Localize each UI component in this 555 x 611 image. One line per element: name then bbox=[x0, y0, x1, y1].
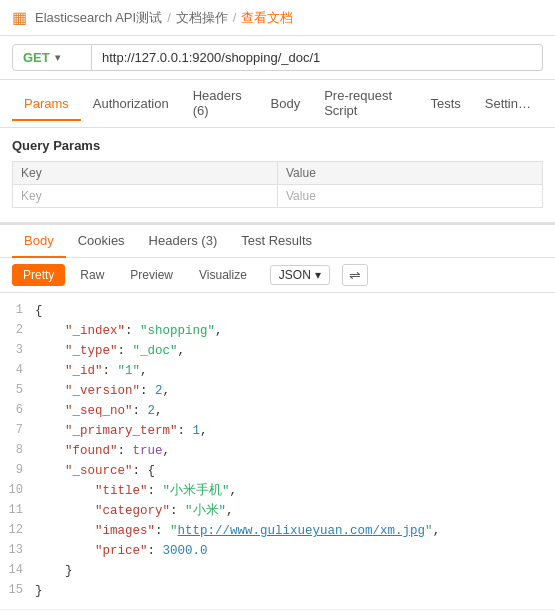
top-bar: ▦ Elasticsearch API测试 / 文档操作 / 查看文档 bbox=[0, 0, 555, 36]
line-num-14: 14 bbox=[0, 561, 35, 581]
url-bar: GET ▾ bbox=[0, 36, 555, 80]
code-line-12: 12 "images": "http://www.gulixueyuan.com… bbox=[0, 521, 555, 541]
code-line-2: 2 "_index": "shopping", bbox=[0, 321, 555, 341]
code-line-6: 6 "_seq_no": 2, bbox=[0, 401, 555, 421]
line-content-11: "category": "小米", bbox=[35, 501, 555, 521]
response-tab-body[interactable]: Body bbox=[12, 225, 66, 258]
code-line-13: 13 "price": 3000.0 bbox=[0, 541, 555, 561]
line-content-4: "_id": "1", bbox=[35, 361, 555, 381]
line-content-6: "_seq_no": 2, bbox=[35, 401, 555, 421]
code-area: 1 { 2 "_index": "shopping", 3 "_type": "… bbox=[0, 293, 555, 609]
response-tab-tests[interactable]: Test Results bbox=[229, 225, 324, 258]
params-empty-row: Key Value bbox=[13, 185, 543, 208]
line-content-1: { bbox=[35, 301, 555, 321]
code-line-10: 10 "title": "小米手机", bbox=[0, 481, 555, 501]
tab-params[interactable]: Params bbox=[12, 88, 81, 121]
params-table: Key Value Key Value bbox=[12, 161, 543, 208]
json-chevron-icon: ▾ bbox=[315, 268, 321, 282]
query-params-section: Query Params Key Value Key Value bbox=[0, 128, 555, 218]
line-num-2: 2 bbox=[0, 321, 35, 341]
line-num-11: 11 bbox=[0, 501, 35, 521]
line-content-14: } bbox=[35, 561, 555, 581]
line-content-3: "_type": "_doc", bbox=[35, 341, 555, 361]
format-visualize-btn[interactable]: Visualize bbox=[188, 264, 258, 286]
params-col-key: Key bbox=[13, 162, 278, 185]
breadcrumb-sep-1: / bbox=[167, 10, 171, 25]
json-format-select[interactable]: JSON ▾ bbox=[270, 265, 330, 285]
code-line-14: 14 } bbox=[0, 561, 555, 581]
request-tabs: Params Authorization Headers (6) Body Pr… bbox=[0, 80, 555, 128]
params-val-cell[interactable]: Value bbox=[278, 185, 543, 208]
line-content-2: "_index": "shopping", bbox=[35, 321, 555, 341]
line-num-10: 10 bbox=[0, 481, 35, 501]
line-num-15: 15 bbox=[0, 581, 35, 601]
params-key-cell[interactable]: Key bbox=[13, 185, 278, 208]
response-tab-cookies[interactable]: Cookies bbox=[66, 225, 137, 258]
line-content-9: "_source": { bbox=[35, 461, 555, 481]
method-select[interactable]: GET ▾ bbox=[12, 44, 92, 71]
format-bar: Pretty Raw Preview Visualize JSON ▾ ⇌ bbox=[0, 258, 555, 293]
tab-pre-request[interactable]: Pre-request Script bbox=[312, 80, 418, 128]
line-num-9: 9 bbox=[0, 461, 35, 481]
response-tabs: Body Cookies Headers (3) Test Results bbox=[0, 222, 555, 258]
query-params-title: Query Params bbox=[12, 138, 543, 153]
breadcrumb: Elasticsearch API测试 / 文档操作 / 查看文档 bbox=[35, 9, 293, 27]
format-raw-btn[interactable]: Raw bbox=[69, 264, 115, 286]
code-line-9: 9 "_source": { bbox=[0, 461, 555, 481]
tab-headers[interactable]: Headers (6) bbox=[181, 80, 259, 128]
format-preview-btn[interactable]: Preview bbox=[119, 264, 184, 286]
line-num-8: 8 bbox=[0, 441, 35, 461]
url-input[interactable] bbox=[92, 44, 543, 71]
method-chevron-icon: ▾ bbox=[55, 52, 60, 63]
breadcrumb-sep-2: / bbox=[233, 10, 237, 25]
tab-tests[interactable]: Tests bbox=[418, 88, 472, 121]
breadcrumb-item-2[interactable]: 文档操作 bbox=[176, 9, 228, 27]
code-line-7: 7 "_primary_term": 1, bbox=[0, 421, 555, 441]
params-col-val: Value bbox=[278, 162, 543, 185]
line-num-3: 3 bbox=[0, 341, 35, 361]
tab-authorization[interactable]: Authorization bbox=[81, 88, 181, 121]
line-num-6: 6 bbox=[0, 401, 35, 421]
line-content-13: "price": 3000.0 bbox=[35, 541, 555, 561]
code-line-1: 1 { bbox=[0, 301, 555, 321]
breadcrumb-item-1[interactable]: Elasticsearch API测试 bbox=[35, 9, 162, 27]
line-content-8: "found": true, bbox=[35, 441, 555, 461]
line-num-12: 12 bbox=[0, 521, 35, 541]
line-content-10: "title": "小米手机", bbox=[35, 481, 555, 501]
code-line-11: 11 "category": "小米", bbox=[0, 501, 555, 521]
code-line-15: 15 } bbox=[0, 581, 555, 601]
code-line-4: 4 "_id": "1", bbox=[0, 361, 555, 381]
line-content-12: "images": "http://www.gulixueyuan.com/xm… bbox=[35, 521, 555, 541]
line-content-7: "_primary_term": 1, bbox=[35, 421, 555, 441]
line-num-4: 4 bbox=[0, 361, 35, 381]
breadcrumb-item-3: 查看文档 bbox=[241, 9, 293, 27]
code-line-5: 5 "_version": 2, bbox=[0, 381, 555, 401]
wrap-button[interactable]: ⇌ bbox=[342, 264, 368, 286]
response-tab-headers[interactable]: Headers (3) bbox=[137, 225, 230, 258]
method-label: GET bbox=[23, 50, 50, 65]
tab-settings[interactable]: Settin… bbox=[473, 88, 543, 121]
code-line-3: 3 "_type": "_doc", bbox=[0, 341, 555, 361]
format-pretty-btn[interactable]: Pretty bbox=[12, 264, 65, 286]
line-content-15: } bbox=[35, 581, 555, 601]
line-content-5: "_version": 2, bbox=[35, 381, 555, 401]
code-line-8: 8 "found": true, bbox=[0, 441, 555, 461]
json-format-label: JSON bbox=[279, 268, 311, 282]
tab-body[interactable]: Body bbox=[259, 88, 313, 121]
line-num-13: 13 bbox=[0, 541, 35, 561]
line-num-5: 5 bbox=[0, 381, 35, 401]
app-icon: ▦ bbox=[12, 8, 27, 27]
line-num-1: 1 bbox=[0, 301, 35, 321]
line-num-7: 7 bbox=[0, 421, 35, 441]
